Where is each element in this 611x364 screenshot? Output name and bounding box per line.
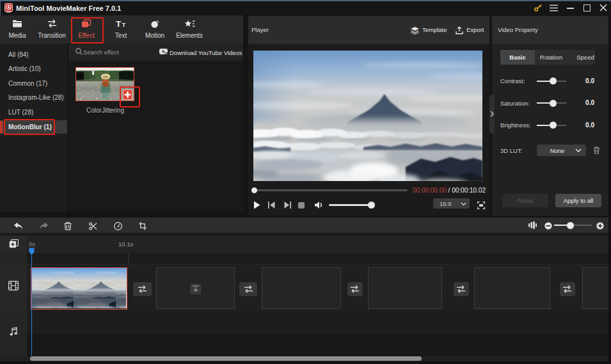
svg-text:T: T <box>122 21 125 28</box>
svg-text:T: T <box>116 19 122 28</box>
